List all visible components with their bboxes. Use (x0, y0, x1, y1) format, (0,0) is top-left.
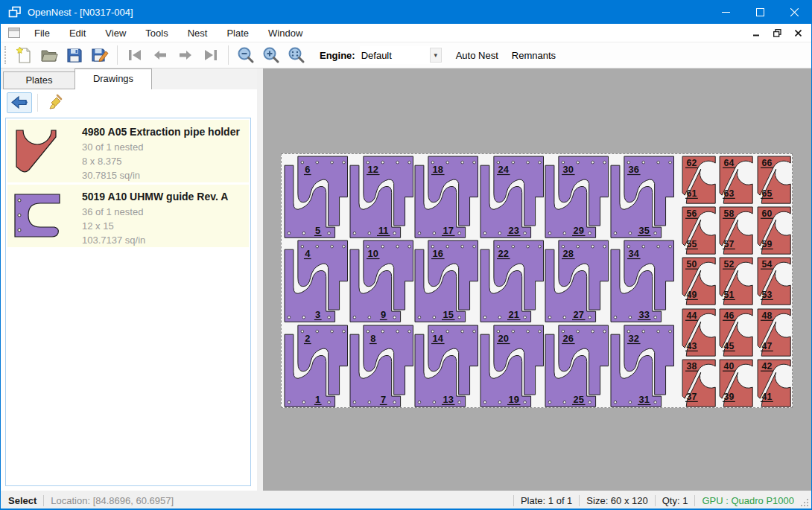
close-button[interactable] (777, 0, 811, 24)
zoom-out-button[interactable] (233, 44, 258, 66)
part-number-label: 64 (724, 158, 735, 168)
go-first-button[interactable] (122, 44, 148, 66)
statusbar-separator (655, 495, 656, 506)
tab-drawings[interactable]: Drawings (74, 68, 152, 89)
part-pair-cell[interactable]: 3231 (609, 324, 675, 408)
part-pair-cell[interactable]: 6261 (680, 154, 717, 205)
part-pair-cell[interactable]: 65 (283, 155, 349, 239)
part-pair-cell[interactable]: 109 (349, 239, 414, 323)
part-pair-cell[interactable]: 3837 (680, 357, 717, 408)
minimize-icon (722, 8, 730, 16)
go-next-button[interactable] (173, 44, 198, 66)
nest-canvas[interactable]: 6512111817242330293635431091615222128273… (263, 68, 811, 491)
part-pair-cell[interactable]: 4241 (755, 357, 793, 408)
menu-item-edit[interactable]: Edit (60, 25, 95, 42)
part-pair-cell[interactable]: 6463 (717, 154, 755, 205)
go-next-icon (178, 48, 193, 62)
drawing-size: 12 x 15 (82, 219, 243, 233)
mdi-minimize-button[interactable] (747, 26, 765, 41)
zoom-in-button[interactable] (258, 44, 284, 66)
part-pair-cell[interactable]: 1211 (349, 155, 414, 239)
engine-dropdown[interactable]: Default ▾ (360, 46, 442, 64)
part-number-label: 66 (761, 158, 772, 168)
part-pair-cell[interactable]: 1413 (413, 324, 479, 408)
zoom-fit-button[interactable] (284, 44, 309, 66)
part-pair-cell[interactable]: 2019 (479, 324, 545, 408)
part-pair-cell[interactable]: 5251 (717, 255, 755, 306)
drill-hole (316, 246, 319, 249)
resize-grip[interactable] (800, 498, 809, 507)
part-pair-cell[interactable]: 4039 (717, 357, 755, 408)
part-pair-cell[interactable]: 5453 (755, 255, 793, 306)
part-pair-cell[interactable]: 2221 (479, 239, 545, 323)
menu-item-tools[interactable]: Tools (136, 25, 177, 42)
part-pair-cell[interactable]: 2423 (479, 155, 545, 239)
purple-parts-region: 6512111817242330293635431091615222128273… (283, 155, 674, 408)
part-pair-cell[interactable]: 5857 (717, 205, 755, 255)
part-pair-cell[interactable]: 6059 (755, 205, 793, 255)
part-number-label: 46 (724, 310, 735, 321)
part-pair-cell[interactable]: 4645 (717, 307, 755, 357)
part-pair-cell[interactable]: 3635 (609, 155, 675, 239)
part-number-label: 63 (724, 188, 735, 199)
part-pair-cell[interactable]: 1615 (413, 239, 479, 323)
part-pair-cell[interactable]: 3029 (544, 155, 609, 239)
dropdown-arrow-icon[interactable]: ▾ (430, 48, 442, 63)
part-pair-cell[interactable]: 87 (349, 324, 414, 408)
part-pair-cell[interactable]: 2827 (544, 239, 609, 323)
part-pair-cell[interactable]: 2625 (544, 324, 609, 408)
import-drawing-button[interactable] (7, 92, 32, 113)
menu-item-plate[interactable]: Plate (217, 25, 258, 42)
drill-hole (656, 246, 659, 249)
part-pair-cell[interactable]: 21 (283, 324, 349, 408)
broom-icon (47, 94, 65, 112)
menu-item-view[interactable]: View (95, 25, 136, 42)
go-previous-button[interactable] (148, 44, 173, 66)
part-number-label: 36 (628, 164, 638, 175)
clear-drawings-button[interactable] (43, 92, 69, 113)
toolbar-grip[interactable] (4, 46, 7, 64)
mdi-close-button[interactable] (789, 26, 807, 41)
part-number-label: 5 (315, 225, 320, 236)
drill-hole (668, 330, 671, 333)
new-document-button[interactable] (11, 44, 37, 66)
part-pair-cell[interactable]: 4443 (680, 307, 717, 357)
minimize-button[interactable] (708, 0, 743, 24)
drawing-item-extraction-pipe-holder[interactable]: 4980 A05 Extraction pipe holder 30 of 1 … (7, 120, 249, 182)
window-title: OpenNest - [N0317-004] (28, 7, 133, 18)
menu-item-file[interactable]: File (25, 25, 60, 42)
part-number-label: 38 (687, 361, 697, 372)
part-pair-cell[interactable]: 43 (283, 239, 349, 323)
drill-hole (656, 330, 659, 333)
part-pair-cell[interactable]: 4847 (755, 307, 793, 357)
part-pair-cell[interactable]: 6665 (755, 154, 793, 205)
part-pair-cell[interactable]: 3433 (609, 239, 675, 323)
part-number-label: 56 (687, 208, 697, 219)
part-pair-cell[interactable]: 1817 (413, 155, 479, 239)
menu-item-nest[interactable]: Nest (178, 25, 218, 42)
drill-hole (458, 232, 461, 235)
drawing-item-uhmw-guide[interactable]: 5019 A10 UHMW guide Rev. A 36 of 1 neste… (7, 185, 249, 247)
menu-item-window[interactable]: Window (258, 25, 312, 42)
open-file-button[interactable] (37, 44, 62, 66)
panel-splitter[interactable] (257, 68, 263, 491)
plate[interactable]: 6512111817242330293635431091615222128273… (281, 153, 793, 408)
drill-hole (629, 232, 632, 235)
drill-hole (523, 232, 526, 235)
drill-hole (548, 232, 551, 235)
drill-hole (461, 246, 464, 249)
tab-plates[interactable]: Plates (3, 71, 74, 89)
mdi-restore-button[interactable] (768, 26, 786, 41)
drill-hole (538, 161, 541, 164)
part-pair-cell[interactable]: 5049 (680, 255, 717, 306)
part-pair-cell[interactable]: 5655 (680, 205, 717, 255)
auto-nest-button[interactable]: Auto Nest (449, 46, 505, 65)
part-number-label: 10 (367, 248, 378, 259)
save-as-button[interactable] (87, 44, 112, 66)
save-button[interactable] (62, 44, 87, 66)
maximize-button[interactable] (743, 0, 777, 24)
drill-hole (433, 401, 436, 404)
drill-hole (563, 401, 566, 404)
go-last-button[interactable] (198, 44, 223, 66)
remnants-button[interactable]: Remnants (505, 46, 562, 65)
